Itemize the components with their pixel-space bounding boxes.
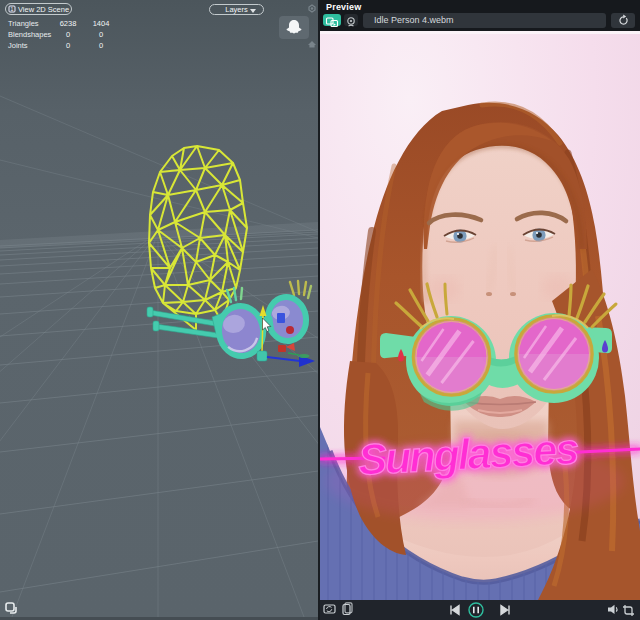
svg-text:1: 1 — [11, 6, 14, 12]
